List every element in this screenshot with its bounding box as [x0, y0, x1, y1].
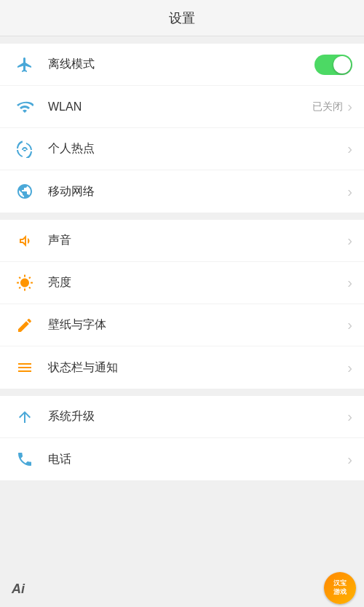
phone-chevron: ›	[347, 451, 352, 468]
watermark-logo: 汉宝游戏	[322, 572, 358, 604]
logo-circle: 汉宝游戏	[324, 572, 356, 604]
toggle-knob	[333, 56, 351, 74]
header: 设置	[0, 0, 364, 36]
brightness-icon	[12, 270, 38, 296]
upgrade-chevron: ›	[347, 408, 352, 425]
bottom-bar: Ai 汉宝游戏	[0, 571, 364, 607]
hotspot-chevron: ›	[347, 140, 352, 157]
brightness-chevron: ›	[347, 274, 352, 291]
airplane-label: 离线模式	[48, 57, 314, 72]
phone-label: 电话	[48, 452, 347, 467]
airplane-mode-item[interactable]: 离线模式	[0, 44, 364, 86]
mobile-network-item[interactable]: 移动网络 ›	[0, 170, 364, 213]
wlan-label: WLAN	[48, 100, 312, 114]
phone-item[interactable]: 电话 ›	[0, 438, 364, 480]
wlan-chevron: ›	[347, 98, 352, 115]
brightness-label: 亮度	[48, 275, 347, 290]
mobile-network-label: 移动网络	[48, 184, 347, 199]
sound-icon	[12, 228, 38, 254]
upgrade-label: 系统升级	[48, 409, 347, 424]
wifi-icon	[12, 94, 38, 120]
hotspot-item[interactable]: 个人热点 ›	[0, 128, 364, 170]
upgrade-item[interactable]: 系统升级 ›	[0, 396, 364, 438]
notification-chevron: ›	[347, 360, 352, 376]
wallpaper-chevron: ›	[347, 317, 352, 333]
notification-label: 状态栏与通知	[48, 360, 347, 376]
wlan-value: 已关闭	[312, 100, 343, 114]
notification-icon	[12, 354, 38, 381]
hotspot-label: 个人热点	[48, 141, 347, 156]
notification-item[interactable]: 状态栏与通知 ›	[0, 346, 364, 389]
upgrade-icon	[12, 404, 38, 430]
network-group: 离线模式 WLAN 已关闭 › 个人热点 ›	[0, 44, 364, 213]
sound-label: 声音	[48, 233, 347, 248]
airplane-icon	[12, 52, 38, 78]
phone-icon	[12, 446, 38, 472]
logo-inner-text: 汉宝游戏	[333, 579, 347, 596]
mobile-network-chevron: ›	[347, 183, 352, 200]
wlan-item[interactable]: WLAN 已关闭 ›	[0, 86, 364, 128]
wallpaper-icon	[12, 312, 38, 338]
network-icon	[12, 178, 38, 205]
sound-chevron: ›	[347, 232, 352, 249]
wallpaper-item[interactable]: 壁纸与字体 ›	[0, 304, 364, 346]
watermark-text: Ai	[12, 582, 25, 597]
hotspot-icon	[12, 136, 38, 162]
airplane-toggle[interactable]	[314, 55, 352, 75]
page-title: 设置	[169, 9, 195, 27]
settings-content: 离线模式 WLAN 已关闭 › 个人热点 ›	[0, 36, 364, 607]
wallpaper-label: 壁纸与字体	[48, 317, 347, 333]
display-group: 声音 › 亮度 › 壁纸与字体 ›	[0, 220, 364, 389]
system-group: 系统升级 › 电话 ›	[0, 396, 364, 480]
brightness-item[interactable]: 亮度 ›	[0, 262, 364, 304]
sound-item[interactable]: 声音 ›	[0, 220, 364, 262]
